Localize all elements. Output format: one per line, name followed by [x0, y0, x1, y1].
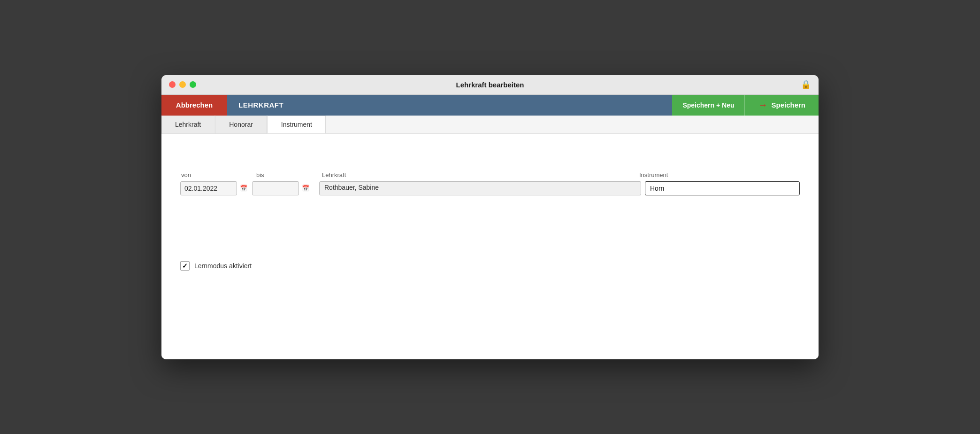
von-date-display: 02.01.2022: [180, 181, 237, 195]
speichern-label: Speichern: [771, 101, 805, 109]
von-date-wrapper: 02.01.2022 📅: [180, 181, 248, 195]
speichern-button[interactable]: → Speichern: [745, 95, 819, 116]
lernmodus-checkbox[interactable]: ✓: [180, 261, 190, 271]
form-section: von bis Lehrkraft Instrument 02.01.2022 …: [180, 171, 800, 195]
arrow-right-icon: →: [758, 100, 767, 110]
tab-honorar[interactable]: Honorar: [215, 116, 267, 133]
lernmodus-label: Lernmodus aktiviert: [194, 262, 252, 270]
toolbar: Abbrechen LEHRKRAFT Speichern + Neu → Sp…: [161, 95, 819, 116]
lock-icon: 🔒: [801, 79, 811, 90]
lernmodus-checkbox-area: ✓ Lernmodus aktiviert: [180, 261, 252, 271]
instrument-input[interactable]: [645, 181, 800, 195]
footer-section: ✓ Lernmodus aktiviert: [180, 261, 800, 271]
minimize-button[interactable]: [179, 81, 186, 88]
von-calendar-button[interactable]: 📅: [239, 185, 248, 192]
tab-instrument[interactable]: Instrument: [268, 116, 326, 133]
form-row: 02.01.2022 📅 📅 Rothbauer, Sabine: [180, 181, 800, 195]
title-bar: Lehrkraft bearbeiten 🔒: [161, 75, 819, 95]
main-window: Lehrkraft bearbeiten 🔒 Abbrechen LEHRKRA…: [161, 75, 819, 359]
header-bis: bis: [256, 171, 322, 178]
checkmark-icon: ✓: [182, 262, 188, 270]
header-von: von: [181, 171, 256, 178]
lehrkraft-field: Rothbauer, Sabine: [319, 181, 641, 195]
content-area: von bis Lehrkraft Instrument 02.01.2022 …: [161, 134, 819, 359]
tab-lehrkraft[interactable]: Lehrkraft: [161, 116, 214, 133]
window-title: Lehrkraft bearbeiten: [456, 81, 524, 89]
abbrechen-button[interactable]: Abbrechen: [161, 95, 227, 116]
bis-calendar-button[interactable]: 📅: [301, 185, 310, 192]
tabs-bar: Lehrkraft Honorar Instrument: [161, 116, 819, 134]
toolbar-right: Speichern + Neu → Speichern: [672, 95, 819, 116]
toolbar-section-title: LEHRKRAFT: [227, 95, 672, 116]
window-controls: [169, 81, 196, 88]
close-button[interactable]: [169, 81, 176, 88]
von-date-value: 02.01.2022: [184, 185, 233, 192]
header-lehrkraft: Lehrkraft: [322, 171, 639, 178]
speichern-neu-button[interactable]: Speichern + Neu: [672, 95, 745, 116]
maximize-button[interactable]: [190, 81, 196, 88]
bis-date-input[interactable]: [252, 181, 299, 195]
form-header: von bis Lehrkraft Instrument: [180, 171, 800, 178]
header-instrument: Instrument: [639, 171, 799, 178]
bis-date-wrapper: 📅: [252, 181, 315, 195]
